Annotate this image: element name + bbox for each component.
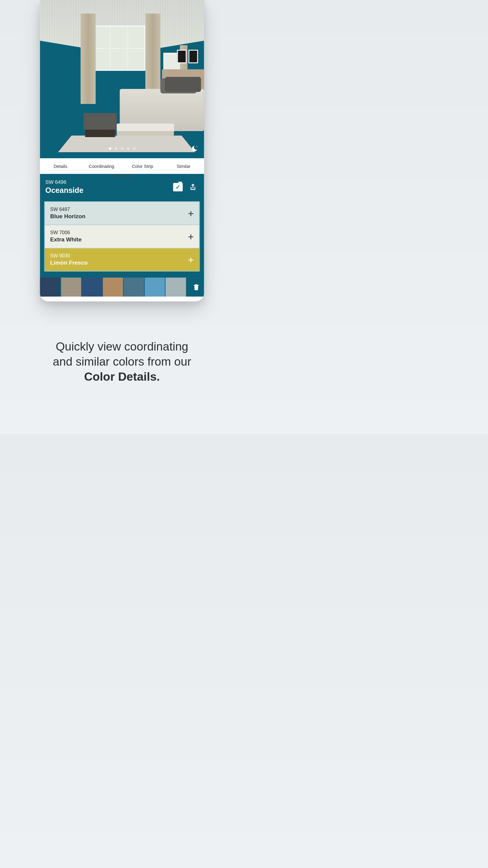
coordinating-color-row[interactable]: SW 7006 Extra White + [45,225,199,248]
add-color-icon[interactable]: + [188,231,194,242]
tab-coordinating[interactable]: Coordinating [81,159,122,173]
promo-heading: Quickly view coordinating and similar co… [0,339,244,384]
coord-color-code: SW 9030 [50,253,188,258]
coordinating-colors-section: SW 6497 Blue Horizon + SW 7006 Extra Whi… [40,201,204,277]
night-mode-icon[interactable] [191,145,198,152]
tab-similar[interactable]: Similar [163,159,204,173]
carousel-dot[interactable] [127,147,129,150]
coord-color-name: Blue Horizon [50,213,188,220]
carousel-dot[interactable] [115,147,117,150]
delete-palette-button[interactable] [189,278,204,297]
coord-color-name: Limón Fresco [50,259,188,266]
tab-color-strip[interactable]: Color Strip [122,159,163,173]
carousel-indicator[interactable] [109,147,135,150]
palette-swatch[interactable] [103,278,123,297]
checkmark-icon: ✓ [175,184,180,190]
current-color-name: Oceanside [45,186,169,195]
svg-point-1 [197,147,198,147]
palette-swatch[interactable] [166,278,186,297]
current-color-code: SW 6496 [45,179,169,185]
trash-icon [193,283,200,291]
tab-details[interactable]: Details [40,159,81,173]
palette-bar [40,277,204,297]
palette-swatch[interactable] [61,278,82,297]
share-icon [189,183,197,191]
palette-swatch[interactable] [144,278,165,297]
palette-swatch[interactable] [124,278,144,297]
carousel-dot[interactable] [133,147,135,150]
add-color-icon[interactable]: + [188,208,194,218]
palette-swatch[interactable] [82,278,102,297]
phone-frame: DetailsCoordinatingColor StripSimilar Ca… [40,0,204,301]
add-color-icon[interactable]: + [188,255,194,265]
svg-point-2 [196,147,196,147]
caption-label: Caption 2 [113,173,131,178]
coord-color-name: Extra White [50,236,188,243]
share-button[interactable] [187,181,199,193]
coordinating-color-row[interactable]: SW 6497 Blue Horizon + [45,202,199,225]
svg-point-0 [196,146,197,147]
palette-swatch[interactable] [40,278,61,297]
color-tabs: DetailsCoordinatingColor StripSimilar [40,158,204,174]
coord-color-code: SW 6497 [50,207,188,212]
carousel-dot[interactable] [109,147,111,150]
room-preview-image[interactable] [40,0,204,158]
coord-color-code: SW 7006 [50,230,188,236]
coordinating-color-row[interactable]: SW 9030 Limón Fresco + [45,248,199,271]
save-to-folder-button[interactable]: ✓ [172,181,184,193]
carousel-dot[interactable] [121,147,123,150]
